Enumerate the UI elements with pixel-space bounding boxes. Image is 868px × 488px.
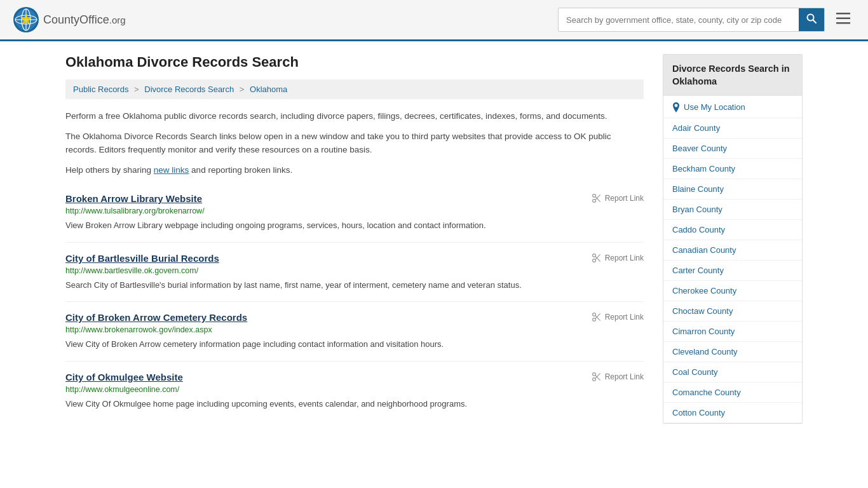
report-link-button[interactable]: Report Link — [592, 372, 644, 382]
search-bar — [558, 8, 825, 32]
list-item: Comanche County — [663, 383, 802, 403]
list-item: Cleveland County — [663, 342, 802, 362]
use-location-label: Use My Location — [684, 102, 745, 112]
new-links-link[interactable]: new links — [154, 165, 189, 175]
result-title[interactable]: City of Okmulgee Website — [65, 372, 183, 383]
list-item: Cimarron County — [663, 322, 802, 342]
county-link[interactable]: Bryan County — [663, 200, 802, 219]
county-link[interactable]: Comanche County — [663, 383, 802, 402]
result-url[interactable]: http://www.okmulgeeonline.com/ — [65, 385, 644, 394]
result-desc: View Broken Arrow Library webpage includ… — [65, 220, 486, 230]
desc-para2: The Oklahoma Divorce Records Search link… — [65, 130, 644, 157]
desc-para1: Perform a free Oklahoma public divorce r… — [65, 109, 644, 123]
county-link[interactable]: Cherokee County — [663, 281, 802, 301]
result-title[interactable]: City of Bartlesville Burial Records — [65, 253, 219, 264]
county-link[interactable]: Blaine County — [663, 179, 802, 199]
list-item: Beaver County — [663, 139, 802, 159]
result-header: City of Okmulgee Website Report Link — [65, 372, 644, 383]
list-item: Choctaw County — [663, 301, 802, 322]
content-area: Oklahoma Divorce Records Search Public R… — [65, 54, 644, 424]
svg-rect-10 — [836, 18, 850, 20]
result-url[interactable]: http://www.brokenarrowok.gov/index.aspx — [65, 325, 644, 334]
result-desc: View City Of Okmulgee home page includin… — [65, 399, 467, 409]
list-item: Adair County — [663, 118, 802, 139]
county-link[interactable]: Choctaw County — [663, 301, 802, 321]
hamburger-button[interactable] — [831, 9, 855, 30]
desc-para3-suffix: and reporting broken links. — [189, 165, 292, 175]
county-link[interactable]: Adair County — [663, 118, 802, 138]
svg-rect-11 — [836, 22, 850, 24]
result-url[interactable]: http://www.bartlesville.ok.govern.com/ — [65, 266, 644, 275]
desc-para3: Help others by sharing new links and rep… — [65, 163, 644, 177]
result-desc: Search City of Bartlesville's burial inf… — [65, 280, 522, 290]
report-link-button[interactable]: Report Link — [592, 312, 644, 322]
result-item: City of Broken Arrow Cemetery Records Re… — [65, 302, 644, 362]
county-link[interactable]: Cimarron County — [663, 322, 802, 341]
results-list: Broken Arrow Library Website Report Link… — [65, 183, 644, 420]
search-icon — [806, 13, 817, 24]
list-item: Cotton County — [663, 403, 802, 423]
sidebar-title: Divorce Records Search in Oklahoma — [663, 55, 802, 96]
use-location-button[interactable]: Use My Location — [663, 96, 802, 118]
svg-rect-9 — [836, 13, 850, 15]
svg-point-16 — [592, 254, 595, 257]
result-url[interactable]: http://www.tulsalibrary.org/brokenarrow/ — [65, 207, 644, 215]
result-item: City of Okmulgee Website Report Link htt… — [65, 362, 644, 421]
breadcrumb-sep1: > — [134, 85, 141, 94]
county-link[interactable]: Coal County — [663, 362, 802, 382]
county-link[interactable]: Cotton County — [663, 403, 802, 423]
logo-icon — [13, 6, 39, 33]
list-item: Beckham County — [663, 159, 802, 179]
svg-point-24 — [592, 372, 595, 376]
svg-point-17 — [592, 259, 595, 262]
county-link[interactable]: Canadian County — [663, 240, 802, 260]
scissors-icon — [592, 312, 602, 322]
main-wrapper: Oklahoma Divorce Records Search Public R… — [53, 41, 815, 437]
logo-suffix: .org — [109, 15, 126, 25]
report-link-button[interactable]: Report Link — [592, 193, 644, 203]
breadcrumb-divorce-records[interactable]: Divorce Records Search — [144, 85, 234, 94]
list-item: Coal County — [663, 362, 802, 383]
result-title[interactable]: Broken Arrow Library Website — [65, 193, 202, 204]
page-title: Oklahoma Divorce Records Search — [65, 54, 644, 71]
scissors-icon — [592, 193, 602, 203]
site-header: CountyOffice.org — [0, 0, 868, 41]
list-item: Blaine County — [663, 179, 802, 200]
result-title[interactable]: City of Broken Arrow Cemetery Records — [65, 312, 247, 323]
list-item: Bryan County — [663, 200, 802, 220]
result-item: Broken Arrow Library Website Report Link… — [65, 183, 644, 243]
county-link[interactable]: Caddo County — [663, 220, 802, 240]
svg-point-21 — [592, 318, 595, 322]
svg-point-25 — [592, 377, 595, 381]
svg-point-20 — [592, 313, 595, 316]
desc-para3-prefix: Help others by sharing — [65, 165, 154, 175]
hamburger-icon — [836, 13, 850, 24]
search-input[interactable] — [559, 10, 799, 30]
sidebar: Divorce Records Search in Oklahoma Use M… — [663, 54, 803, 424]
breadcrumb: Public Records > Divorce Records Search … — [65, 79, 644, 99]
result-desc: View City of Broken Arrow cemetery infor… — [65, 339, 444, 349]
scissors-icon — [592, 372, 602, 382]
logo-text: CountyOffice.org — [43, 13, 126, 27]
county-link[interactable]: Carter County — [663, 261, 802, 280]
county-link[interactable]: Beckham County — [663, 159, 802, 179]
breadcrumb-oklahoma[interactable]: Oklahoma — [250, 85, 287, 94]
search-button[interactable] — [799, 8, 824, 31]
list-item: Canadian County — [663, 240, 802, 261]
county-list: Adair CountyBeaver CountyBeckham CountyB… — [663, 118, 802, 423]
logo-area[interactable]: CountyOffice.org — [13, 6, 126, 33]
list-item: Carter County — [663, 261, 802, 281]
result-item: City of Bartlesville Burial Records Repo… — [65, 243, 644, 302]
result-header: City of Broken Arrow Cemetery Records Re… — [65, 312, 644, 323]
list-item: Caddo County — [663, 220, 802, 240]
breadcrumb-sep2: > — [240, 85, 247, 94]
report-link-button[interactable]: Report Link — [592, 253, 644, 263]
svg-point-13 — [592, 200, 595, 203]
county-link[interactable]: Beaver County — [663, 139, 802, 158]
result-header: Broken Arrow Library Website Report Link — [65, 193, 644, 204]
location-pin-icon — [672, 102, 680, 112]
breadcrumb-public-records[interactable]: Public Records — [73, 85, 128, 94]
county-link[interactable]: Cleveland County — [663, 342, 802, 362]
scissors-icon — [592, 253, 602, 263]
sidebar-box: Divorce Records Search in Oklahoma Use M… — [663, 54, 803, 424]
